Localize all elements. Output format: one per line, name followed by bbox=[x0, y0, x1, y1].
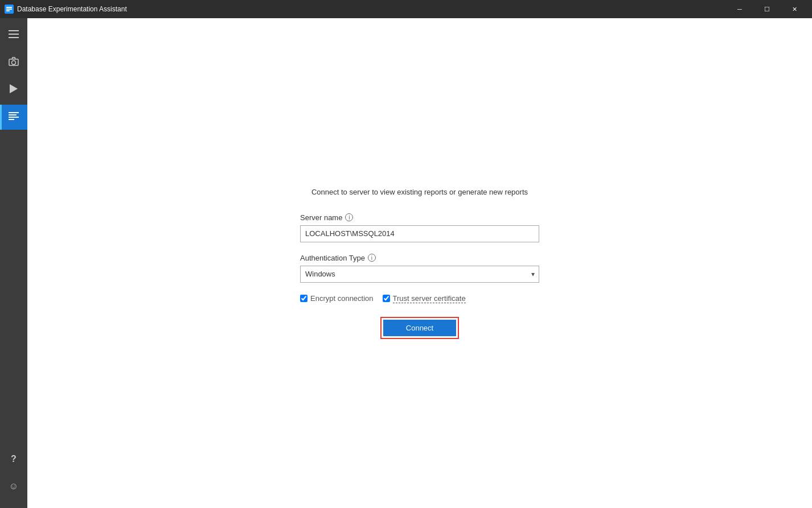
camera-icon bbox=[9, 57, 19, 68]
svg-rect-11 bbox=[9, 117, 19, 118]
checkbox-row: Encrypt connection Trust server certific… bbox=[300, 294, 539, 303]
svg-rect-2 bbox=[6, 10, 10, 11]
svg-point-7 bbox=[12, 61, 16, 65]
help-icon: ? bbox=[11, 454, 17, 464]
encrypt-connection-checkbox[interactable] bbox=[300, 295, 307, 302]
sidebar: ? ☺ bbox=[0, 18, 27, 508]
sidebar-item-replay[interactable] bbox=[0, 77, 27, 102]
sidebar-item-help[interactable]: ? bbox=[0, 447, 27, 472]
encrypt-connection-item: Encrypt connection bbox=[300, 294, 374, 303]
sidebar-item-menu[interactable] bbox=[0, 23, 27, 48]
encrypt-connection-label[interactable]: Encrypt connection bbox=[310, 294, 374, 303]
close-button[interactable]: ✕ bbox=[781, 0, 807, 18]
server-name-label: Server name i bbox=[300, 213, 539, 222]
svg-rect-0 bbox=[6, 7, 12, 8]
app-title: Database Experimentation Assistant bbox=[17, 5, 127, 13]
svg-rect-1 bbox=[6, 9, 12, 10]
trust-certificate-label[interactable]: Trust server certificate bbox=[393, 294, 466, 303]
svg-rect-3 bbox=[9, 30, 19, 31]
auth-type-info-icon: i bbox=[368, 254, 376, 262]
connect-button[interactable]: Connect bbox=[383, 320, 456, 336]
server-name-input[interactable] bbox=[300, 225, 539, 242]
server-name-group: Server name i bbox=[300, 213, 539, 242]
sidebar-item-analysis[interactable] bbox=[0, 105, 27, 130]
svg-rect-4 bbox=[9, 34, 19, 35]
svg-rect-12 bbox=[9, 119, 14, 120]
sidebar-item-feedback[interactable]: ☺ bbox=[0, 474, 27, 499]
app-body: ? ☺ Connect to server to view existing r… bbox=[0, 18, 812, 508]
titlebar: Database Experimentation Assistant ─ ☐ ✕ bbox=[0, 0, 812, 18]
analysis-icon bbox=[9, 112, 19, 122]
main-content: Connect to server to view existing repor… bbox=[27, 18, 812, 508]
sidebar-bottom: ? ☺ bbox=[0, 447, 27, 503]
auth-type-select-wrapper: Windows SQL Server ▾ bbox=[300, 266, 539, 283]
auth-type-group: Authentication Type i Windows SQL Server… bbox=[300, 254, 539, 283]
auth-type-select[interactable]: Windows SQL Server bbox=[300, 266, 539, 283]
app-icon bbox=[5, 5, 14, 14]
server-name-info-icon: i bbox=[345, 213, 353, 221]
svg-marker-8 bbox=[10, 84, 18, 93]
svg-rect-10 bbox=[9, 114, 17, 115]
connect-button-wrapper: Connect bbox=[300, 317, 539, 339]
titlebar-controls: ─ ☐ ✕ bbox=[727, 0, 807, 18]
trust-certificate-item: Trust server certificate bbox=[383, 294, 466, 303]
connect-button-outer: Connect bbox=[380, 317, 459, 339]
svg-rect-5 bbox=[9, 37, 19, 38]
maximize-button[interactable]: ☐ bbox=[754, 0, 780, 18]
form-description: Connect to server to view existing repor… bbox=[311, 188, 528, 196]
play-icon bbox=[10, 84, 18, 96]
minimize-button[interactable]: ─ bbox=[727, 0, 753, 18]
menu-icon bbox=[9, 30, 19, 40]
svg-rect-9 bbox=[9, 112, 19, 113]
titlebar-left: Database Experimentation Assistant bbox=[5, 5, 127, 14]
form-panel: Connect to server to view existing repor… bbox=[300, 188, 539, 339]
sidebar-top bbox=[0, 23, 27, 447]
auth-type-label: Authentication Type i bbox=[300, 254, 539, 262]
feedback-icon: ☺ bbox=[9, 481, 18, 492]
trust-certificate-checkbox[interactable] bbox=[383, 295, 390, 302]
sidebar-item-capture[interactable] bbox=[0, 50, 27, 75]
